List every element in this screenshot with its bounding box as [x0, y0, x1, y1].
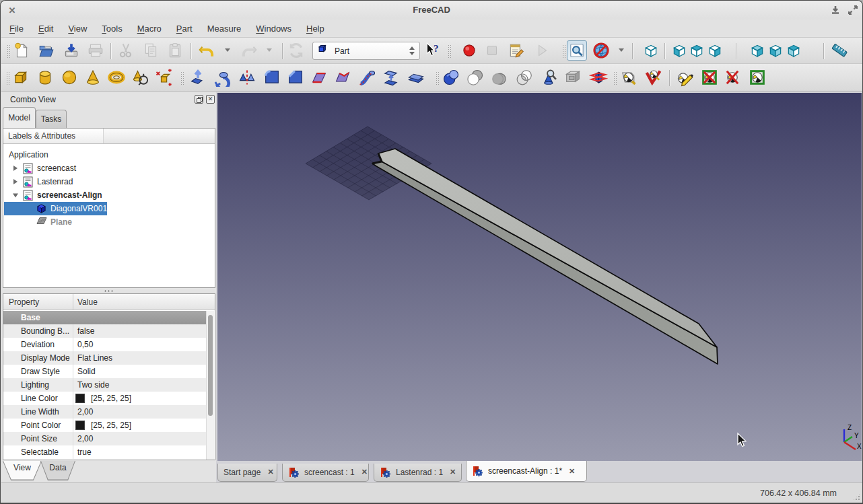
- property-header[interactable]: Property Value: [3, 294, 215, 310]
- toolbar-grip[interactable]: [562, 44, 567, 58]
- resize-grip[interactable]: [852, 493, 861, 501]
- redo-button[interactable]: [239, 40, 259, 61]
- property-group-base[interactable]: Base: [3, 311, 207, 324]
- toolbar-grip[interactable]: [436, 71, 440, 85]
- workbench-selector[interactable]: Part: [312, 42, 420, 60]
- primitive-cylinder-button[interactable]: [35, 67, 55, 87]
- viewport-background[interactable]: [217, 93, 862, 461]
- view-axonometric-button[interactable]: [641, 40, 661, 61]
- draw-style-dropdown-arrow-icon[interactable]: [617, 46, 625, 54]
- tree-item-diagonalvr001[interactable]: DiagonalVR001: [3, 202, 215, 215]
- menu-help[interactable]: Help: [299, 21, 332, 36]
- property-row-point-size[interactable]: Point Size2,00: [3, 432, 207, 445]
- tree-item-application[interactable]: Application: [3, 148, 215, 161]
- property-row-lighting[interactable]: LightingTwo side: [3, 378, 207, 392]
- view-left-button[interactable]: [784, 40, 804, 61]
- cross-sections-button[interactable]: [588, 67, 609, 87]
- collapsed-arrow-icon[interactable]: [12, 178, 19, 185]
- cut-button[interactable]: [116, 40, 136, 61]
- menu-windows[interactable]: Windows: [248, 21, 299, 36]
- toolbar-grip[interactable]: [180, 71, 185, 85]
- expanded-arrow-icon[interactable]: [12, 192, 19, 199]
- macro-record-button[interactable]: [459, 40, 479, 61]
- window-minimize-icon[interactable]: [830, 5, 841, 16]
- menu-measure[interactable]: Measure: [200, 21, 249, 36]
- document-tab-screencast-1[interactable]: screencast : 1✕: [282, 464, 369, 482]
- tab-close-icon[interactable]: ✕: [267, 468, 273, 476]
- undo-dropdown-arrow-icon[interactable]: [223, 46, 232, 54]
- whats-this-button[interactable]: ?: [423, 40, 443, 61]
- measure-linear-button[interactable]: [618, 67, 638, 87]
- redo-dropdown-arrow-icon[interactable]: [265, 46, 273, 54]
- draw-style-button[interactable]: [591, 40, 611, 61]
- save-document-button[interactable]: [61, 40, 81, 61]
- fillet-button[interactable]: [262, 67, 282, 87]
- menu-tools[interactable]: Tools: [94, 21, 129, 36]
- document-tab-lastenrad-1[interactable]: Lastenrad : 1✕: [374, 464, 462, 482]
- toolbar-grip[interactable]: [7, 44, 11, 58]
- tab-tasks[interactable]: Tasks: [36, 110, 67, 128]
- fit-all-button[interactable]: [567, 40, 587, 61]
- check-geometry-button[interactable]: [539, 67, 559, 87]
- tree-item-plane[interactable]: Plane: [3, 215, 215, 229]
- menu-part[interactable]: Part: [169, 21, 200, 36]
- measure-refresh-button[interactable]: [675, 67, 695, 87]
- revolve-button[interactable]: [213, 67, 233, 87]
- collapsed-arrow-icon[interactable]: [12, 165, 19, 172]
- dock-float-icon[interactable]: [195, 95, 203, 104]
- primitive-torus-button[interactable]: [106, 67, 127, 87]
- new-document-button[interactable]: [11, 40, 32, 61]
- 3d-viewport[interactable]: Z Y X: [217, 93, 862, 461]
- paste-button[interactable]: [165, 40, 185, 61]
- boolean-common-button[interactable]: [514, 67, 534, 87]
- view-top-button[interactable]: [687, 40, 707, 61]
- undo-button[interactable]: [197, 40, 217, 61]
- view-bottom-button[interactable]: [765, 40, 786, 61]
- measure-angular-button[interactable]: [643, 67, 663, 87]
- primitive-box-button[interactable]: [11, 67, 31, 87]
- sweep-button[interactable]: [357, 67, 377, 87]
- print-button[interactable]: [85, 40, 106, 61]
- property-row-line-color[interactable]: Line Color[25, 25, 25]: [3, 392, 207, 405]
- offset-button[interactable]: [406, 67, 426, 87]
- menu-file[interactable]: File: [2, 21, 31, 36]
- measure-clear-all-button[interactable]: [699, 67, 720, 87]
- chamfer-button[interactable]: [285, 67, 306, 87]
- toolbar-grip[interactable]: [613, 71, 618, 85]
- property-row-display-mode[interactable]: Display ModeFlat Lines: [3, 351, 207, 365]
- document-tab-screencast-align-1[interactable]: screencast-Align : 1*✕: [466, 461, 587, 482]
- macro-edit-button[interactable]: [506, 40, 526, 61]
- tree-header[interactable]: Labels & Attributes: [3, 129, 215, 144]
- view-right-button[interactable]: [705, 40, 725, 61]
- menu-edit[interactable]: Edit: [31, 21, 61, 36]
- extrude-button[interactable]: [188, 67, 208, 87]
- tree-item-screencast[interactable]: screencast: [3, 161, 215, 175]
- boolean-cut-button[interactable]: [465, 67, 485, 87]
- property-row-point-color[interactable]: Point Color[25, 25, 25]: [3, 419, 207, 432]
- macro-play-button[interactable]: [532, 40, 552, 61]
- window-maximize-icon[interactable]: [848, 5, 858, 16]
- ruled-surface-button[interactable]: [309, 67, 329, 87]
- property-row-bounding-b[interactable]: Bounding B...false: [3, 324, 207, 338]
- open-document-button[interactable]: [36, 40, 57, 61]
- boolean-union-button[interactable]: [490, 67, 510, 87]
- measure-toggle-3d-button[interactable]: [747, 67, 767, 87]
- document-tab-start-page[interactable]: Start page✕: [217, 464, 277, 482]
- dock-close-icon[interactable]: ✕: [206, 95, 215, 104]
- toolbar-grip[interactable]: [448, 44, 452, 58]
- tab-close-icon[interactable]: ✕: [361, 468, 368, 476]
- measure-toggle-all-button[interactable]: [722, 67, 743, 87]
- defeaturing-button[interactable]: [563, 67, 583, 87]
- property-row-selectable[interactable]: Selectabletrue: [3, 445, 207, 459]
- refresh-button[interactable]: [286, 40, 306, 61]
- tab-close-icon[interactable]: ✕: [569, 467, 575, 476]
- workbench-spinner[interactable]: [407, 42, 417, 59]
- property-scrollbar-thumb[interactable]: [208, 315, 213, 416]
- property-row-deviation[interactable]: Deviation0,50: [3, 338, 207, 351]
- create-primitives-button[interactable]: [130, 67, 150, 87]
- shape-builder-button[interactable]: [153, 67, 174, 87]
- make-face-button[interactable]: [333, 67, 353, 87]
- menu-macro[interactable]: Macro: [130, 21, 169, 36]
- mirror-button[interactable]: [237, 67, 257, 87]
- toolbar-grip[interactable]: [6, 71, 11, 85]
